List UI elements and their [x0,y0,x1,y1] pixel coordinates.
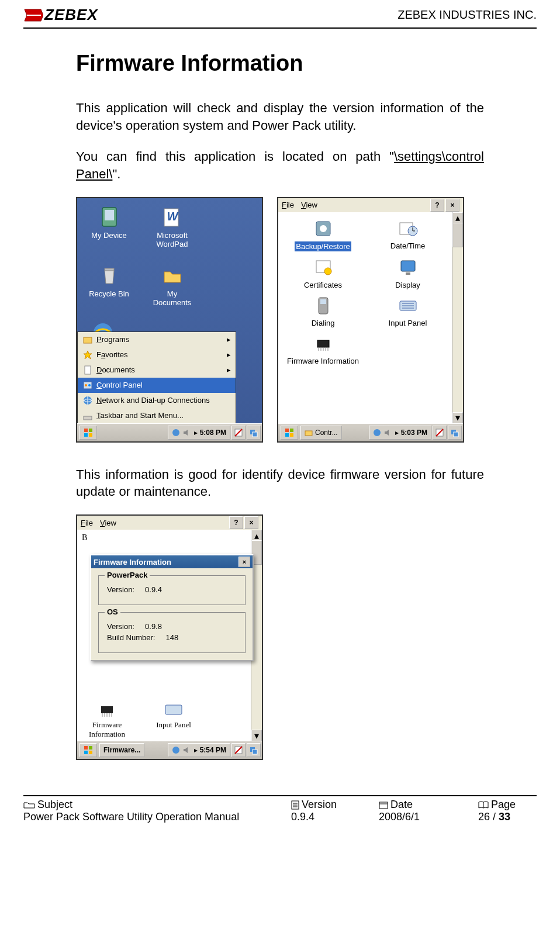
my-device-label: My Device [91,231,127,240]
os-build-value: 148 [165,633,178,642]
bg-firmware-label: Firmware Information [81,720,133,739]
bg-letter-b: B [82,533,87,543]
svg-rect-6 [84,337,92,343]
certificates-icon [313,257,334,278]
menu-item-programs[interactable]: Programs ▸ [78,332,236,347]
os-version-label: Version: [107,622,134,631]
menu-file[interactable]: File [282,201,294,209]
tray-icon-2[interactable] [448,426,462,440]
cp-item-firmware-information[interactable]: Firmware Information [282,333,364,365]
cp-item-dialing[interactable]: Dialing [282,295,364,327]
scroll-thumb[interactable] [452,223,463,247]
menu-view[interactable]: View [301,201,317,209]
svg-rect-14 [84,429,88,432]
tray-icon-2[interactable] [247,743,261,757]
firmware-info-dialog: Firmware Information × PowerPack Version… [90,554,254,661]
desktop-icon-wordpad[interactable]: W Microsoft WordPad [147,205,197,248]
svg-rect-16 [84,433,88,437]
scroll-up-arrow-icon[interactable]: ▴ [452,212,463,224]
svg-rect-15 [89,429,92,432]
svg-rect-29 [406,272,410,275]
desktop-icon-my-documents[interactable]: My Documents [147,264,197,307]
taskbar-app-button[interactable]: Firmware... [99,743,144,757]
menu-item-taskbar-settings[interactable]: Taskbar and Start Menu... [78,408,236,423]
chevron-right-icon: ▸ [227,350,231,359]
start-button[interactable] [79,426,97,440]
close-button[interactable]: × [244,516,258,529]
company-name: ZEBEX INDUSTRIES INC. [397,8,537,22]
svg-rect-45 [84,746,88,750]
menu-item-control-panel[interactable]: Control Panel [78,378,236,393]
dialing-icon [313,295,334,316]
tray-area[interactable]: ▸ 5:03 PM [369,426,431,440]
paragraph-3: This information is good for identify de… [76,466,484,500]
bg-item-firmware[interactable]: Firmware Information [81,699,133,739]
cp-item-certificates[interactable]: Certificates [282,257,364,289]
start-button[interactable] [281,426,298,440]
svg-rect-17 [89,433,92,437]
desktop-icon-my-device[interactable]: My Device [84,205,134,240]
firmware-label: Firmware Information [287,357,359,365]
tray-area[interactable]: ▸ 5:54 PM [168,743,230,757]
chip-icon [96,699,117,720]
svg-text:W: W [167,210,179,223]
documents-label: Documents [96,365,135,374]
scroll-down-arrow-icon[interactable]: ▾ [452,412,463,424]
footer-subject-label: Subject [37,799,72,811]
scroll-track[interactable] [452,223,463,413]
cp-item-input-panel[interactable]: Input Panel [367,295,449,327]
input-panel-icon [397,295,419,316]
tray-area[interactable]: ▸ 5:08 PM [168,426,230,440]
p2-post: ". [112,167,120,181]
svg-rect-44 [165,705,182,714]
page-current: 26 / [478,811,499,823]
desktop-icon-recycle-bin[interactable]: Recycle Bin [84,264,134,298]
calendar-outline-icon [379,801,388,809]
backup-label: Backup/Restore [295,241,351,251]
help-button[interactable]: ? [229,516,243,529]
svg-rect-46 [89,746,92,750]
taskbar-app-label: Contr... [315,429,338,437]
menu-view[interactable]: View [100,519,116,527]
menu-item-favorites[interactable]: Favorites ▸ [78,347,236,362]
footer-subject-value: Power Pack Software Utility Operation Ma… [23,811,291,823]
menu-item-network[interactable]: Network and Dial-up Connections [78,393,236,408]
menu-file[interactable]: File [81,519,93,527]
tray-icon-1[interactable] [231,743,246,757]
scroll-up-arrow-icon[interactable]: ▴ [251,530,262,541]
tray-icon-1[interactable] [231,426,246,440]
tray-globe-icon [172,746,180,754]
taskbar-app-button[interactable]: Contr... [300,426,342,440]
help-button[interactable]: ? [430,199,444,212]
svg-rect-1 [105,210,114,220]
svg-marker-7 [84,351,92,359]
scroll-down-arrow-icon[interactable]: ▾ [251,730,262,741]
dialog-close-button[interactable]: × [238,557,250,567]
footer-date-value: 2008/6/1 [379,811,478,823]
dialog-titlebar[interactable]: Firmware Information × [91,555,253,568]
programs-label: Programs [96,335,129,344]
document-icon [82,365,93,375]
tray-icon-1[interactable] [433,426,447,440]
paragraph-2: You can find this application is located… [76,148,484,182]
menu-item-documents[interactable]: Documents ▸ [78,362,236,378]
close-button[interactable]: × [445,199,459,212]
os-version-value: 0.9.8 [145,622,162,631]
cp-item-date-time[interactable]: Date/Time [367,218,449,251]
book-outline-icon [478,801,489,809]
cp-item-backup-restore[interactable]: Backup/Restore [282,218,364,251]
footer-page-label: Page [491,799,516,811]
certificates-label: Certificates [304,281,342,289]
cp-item-display[interactable]: Display [367,257,449,289]
bg-item-input-panel[interactable]: Input Panel [147,699,200,730]
document-outline-icon [291,800,299,810]
footer-version-label: Version [302,799,337,811]
tray-icon-2[interactable] [247,426,261,440]
svg-rect-33 [317,340,329,347]
tray-arrow-icon: ▸ [194,429,198,437]
start-button[interactable] [79,743,97,757]
svg-rect-52 [253,750,257,754]
vertical-scrollbar[interactable]: ▴ ▾ [452,212,463,424]
os-build-label: Build Number: [107,633,155,642]
svg-point-39 [374,429,381,436]
